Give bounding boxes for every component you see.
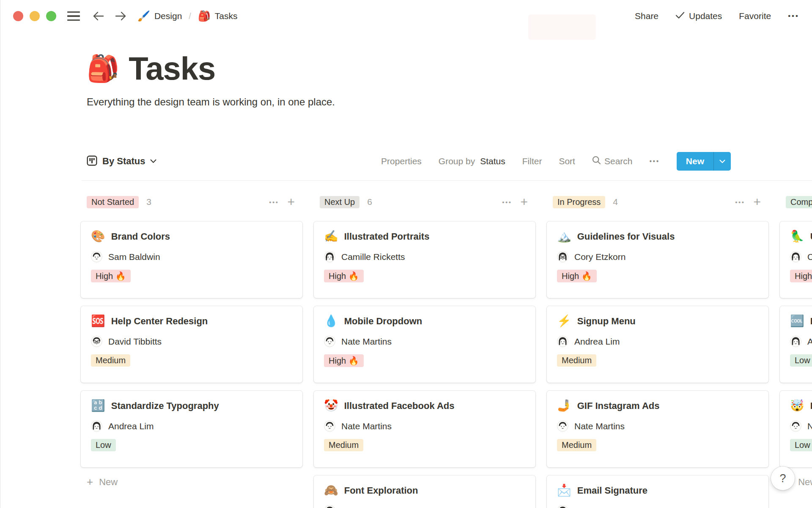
- assignee-avatar: [91, 251, 102, 262]
- card-title: Brand Colors: [111, 231, 170, 242]
- task-card[interactable]: 🎨Brand ColorsSam BaldwinHigh 🔥: [81, 221, 302, 298]
- card-title: U: [810, 231, 812, 242]
- card-emoji-icon: ⚡: [557, 315, 571, 327]
- column-count: 4: [613, 197, 618, 207]
- add-card-label: New: [798, 477, 812, 488]
- column-more-icon[interactable]: •••: [735, 199, 745, 206]
- assignee-avatar: [324, 420, 335, 432]
- column-more-icon[interactable]: •••: [269, 199, 279, 206]
- assignee-name: A: [807, 337, 812, 347]
- column-header: Not Started3•••+: [81, 193, 302, 211]
- column-header: In Progress4•••+: [547, 193, 768, 211]
- assignee-avatar: [790, 420, 801, 432]
- assignee-avatar: [557, 251, 568, 262]
- card-emoji-icon: 📩: [557, 485, 571, 496]
- assignee-name: N: [807, 421, 812, 431]
- card-emoji-icon: 🤡: [324, 400, 338, 411]
- card-title: Help Center Redesign: [111, 316, 208, 327]
- column-header: Next Up6•••+: [314, 193, 535, 211]
- column-count: 3: [146, 197, 151, 207]
- card-emoji-icon: 🆒: [790, 315, 804, 327]
- card-emoji-icon: 🙈: [324, 485, 338, 496]
- column-count: 6: [367, 197, 372, 207]
- task-card[interactable]: ✍️Illustrated PortraitsCamille RickettsH…: [314, 221, 535, 298]
- column-status-badge: Not Started: [87, 196, 139, 208]
- card-emoji-icon: 🏔️: [557, 231, 571, 242]
- task-card[interactable]: 🤡Illustrated Facebook AdsNate MartinsMed…: [314, 391, 535, 467]
- card-emoji-icon: 🎨: [91, 231, 105, 242]
- assignee-avatar: [91, 420, 102, 432]
- priority-badge: Low: [91, 439, 116, 451]
- column-status-badge: In Progress: [553, 196, 605, 208]
- card-title: Illustrated Portraits: [344, 231, 430, 242]
- assignee-name: Nate Martins: [341, 421, 392, 431]
- assignee-name: Camille Ricketts: [341, 252, 405, 262]
- task-card[interactable]: 🔡Standardize TypographyAndrea LimLow: [81, 391, 302, 467]
- priority-badge: High 🔥: [557, 270, 597, 282]
- card-title: Email Signature: [577, 485, 647, 496]
- assignee-avatar: [557, 420, 568, 432]
- column-more-icon[interactable]: •••: [502, 199, 512, 206]
- card-emoji-icon: 🔡: [91, 400, 105, 411]
- assignee-avatar: [324, 251, 335, 262]
- task-card[interactable]: 🆘Help Center RedesignDavid TibbittsMediu…: [81, 306, 302, 383]
- task-card[interactable]: 🆒BALow: [780, 306, 812, 383]
- assignee-name: Sam Baldwin: [108, 252, 160, 262]
- card-title: Illustrated Facebook Ads: [344, 400, 455, 411]
- board-column: In Progress4•••+🏔️Guidelines for Visuals…: [547, 193, 768, 508]
- task-card[interactable]: 🏔️Guidelines for VisualsCory EtzkornHigh…: [547, 221, 768, 298]
- column-status-badge: Completed: [786, 196, 812, 208]
- assignee-avatar: [790, 251, 801, 262]
- card-emoji-icon: 🤯: [790, 400, 804, 411]
- help-button[interactable]: ?: [771, 467, 795, 490]
- column-add-icon[interactable]: +: [753, 196, 761, 208]
- add-card-label: New: [99, 477, 118, 488]
- priority-badge: High 🔥: [790, 270, 812, 282]
- priority-badge: High 🔥: [91, 270, 131, 282]
- column-add-icon[interactable]: +: [520, 196, 528, 208]
- assignee-avatar: [790, 336, 801, 347]
- task-card[interactable]: 📩Email Signature: [547, 475, 768, 508]
- priority-badge: Low: [790, 354, 812, 367]
- card-title: H: [810, 400, 812, 411]
- priority-badge: Medium: [557, 439, 596, 451]
- card-emoji-icon: 🆘: [91, 315, 105, 327]
- assignee-avatar: [324, 336, 335, 347]
- column-add-icon[interactable]: +: [287, 196, 295, 208]
- card-emoji-icon: ✍️: [324, 231, 338, 242]
- assignee-name: C: [807, 252, 812, 262]
- assignee-avatar: [91, 336, 102, 347]
- board-column: Next Up6•••+✍️Illustrated PortraitsCamil…: [314, 193, 535, 508]
- task-card[interactable]: 🦜UCHigh 🔥: [780, 221, 812, 298]
- task-card[interactable]: 🙈Font Exploration: [314, 475, 535, 508]
- card-emoji-icon: 💧: [324, 315, 338, 327]
- assignee-avatar: [557, 336, 568, 347]
- assignee-avatar: [324, 505, 335, 508]
- card-emoji-icon: 🤳: [557, 400, 571, 411]
- assignee-name: Nate Martins: [574, 421, 625, 431]
- card-title: Standardize Typography: [111, 400, 219, 411]
- card-title: B: [810, 316, 812, 327]
- board-column: Not Started3•••+🎨Brand ColorsSam Baldwin…: [81, 193, 302, 489]
- plus-icon: +: [87, 475, 93, 489]
- assignee-avatar: [557, 505, 568, 508]
- priority-badge: Medium: [557, 354, 596, 367]
- task-card[interactable]: 🤯HNLow: [780, 391, 812, 467]
- priority-badge: High 🔥: [324, 270, 364, 282]
- board: Not Started3•••+🎨Brand ColorsSam Baldwin…: [0, 0, 812, 508]
- card-title: Mobile Dropdown: [344, 316, 422, 327]
- task-card[interactable]: ⚡Signup MenuAndrea LimMedium: [547, 306, 768, 383]
- column-status-badge: Next Up: [320, 196, 359, 208]
- task-card[interactable]: 🤳GIF Instagram AdsNate MartinsMedium: [547, 391, 768, 467]
- card-title: Signup Menu: [577, 316, 636, 327]
- board-column: Completed•••+🦜UCHigh 🔥🆒BALow🤯HNLow+New: [780, 193, 812, 489]
- priority-badge: Medium: [324, 439, 363, 451]
- task-card[interactable]: 💧Mobile DropdownNate MartinsHigh 🔥: [314, 306, 535, 383]
- card-title: Font Exploration: [344, 485, 418, 496]
- priority-badge: Low: [790, 439, 812, 451]
- priority-badge: High 🔥: [324, 354, 364, 367]
- assignee-name: Nate Martins: [341, 337, 392, 347]
- add-card-button[interactable]: +New: [81, 475, 302, 489]
- card-title: Guidelines for Visuals: [577, 231, 675, 242]
- priority-badge: Medium: [91, 354, 130, 367]
